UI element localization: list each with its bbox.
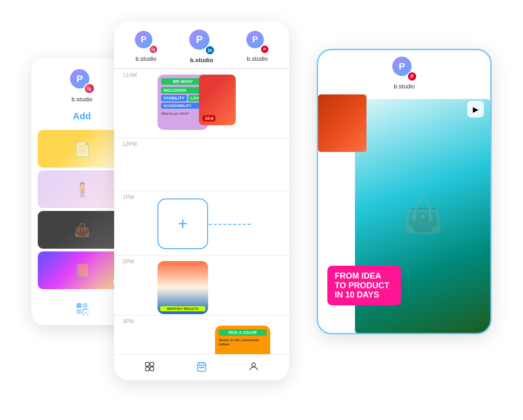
- instagram-badge: ig: [84, 83, 95, 94]
- media-thumb-3[interactable]: 👜: [38, 211, 126, 249]
- svg-point-16: [203, 367, 204, 368]
- account-linkedin[interactable]: P in b.studio: [189, 29, 214, 64]
- timer-value: 10:4: [203, 115, 215, 122]
- from-idea-text: FROM IDEA TO PRODUCT IN 10 DAYS: [335, 271, 394, 300]
- time-label-3pm: 3PM: [122, 318, 139, 325]
- svg-point-14: [199, 367, 200, 368]
- account-instagram[interactable]: P ig b.studio: [135, 31, 157, 62]
- accounts-header: P ig b.studio P in b.studio P P b.studi: [114, 21, 289, 69]
- left-studio-name: b.studio: [71, 96, 93, 103]
- sneakers-post-card[interactable]: MONTHLY RESULTS: [157, 261, 208, 314]
- time-label-2pm: 2PM: [122, 258, 139, 265]
- instagram-social-badge: ig: [149, 45, 158, 54]
- svg-rect-0: [76, 303, 81, 308]
- pick-color-post-card[interactable]: PICK A COLOR Share in the comments below: [215, 326, 270, 354]
- right-header: P P b.studio: [318, 50, 490, 94]
- from-idea-overlay: FROM IDEA TO PRODUCT IN 10 DAYS: [327, 266, 401, 305]
- svg-point-15: [201, 367, 202, 368]
- gallery-icon[interactable]: +: [76, 302, 88, 318]
- svg-rect-9: [150, 367, 154, 371]
- gallery-nav-icon[interactable]: [144, 361, 155, 374]
- media-thumb-4[interactable]: 📒 ✓: [38, 251, 126, 289]
- play-icon: ▶: [473, 105, 478, 114]
- add-button[interactable]: Add: [73, 111, 91, 122]
- time-label-1pm: 1PM: [122, 194, 139, 200]
- svg-point-17: [252, 363, 256, 367]
- sticker-inclusion: INCLUSION: [161, 87, 204, 93]
- left-header: P ig b.studio: [70, 69, 94, 103]
- plus-icon: +: [178, 216, 187, 232]
- spice-image: [318, 94, 366, 152]
- media-thumb-2[interactable]: 🧍 ✓: [38, 170, 126, 208]
- center-panel: P ig b.studio P in b.studio P P b.studi: [114, 21, 289, 380]
- linkedin-studio-name: b.studio: [190, 57, 214, 64]
- instagram-studio-name: b.studio: [135, 55, 157, 62]
- pinterest-social-badge: P: [260, 45, 269, 54]
- timer-post-card: 10:4: [199, 75, 236, 125]
- time-row-1pm: 1PM +: [114, 191, 289, 255]
- calendar-nav-icon[interactable]: [196, 361, 207, 374]
- media-thumb-1[interactable]: 📄: [38, 130, 126, 168]
- sticker-stability: STABILITY: [161, 95, 187, 101]
- add-post-card[interactable]: +: [157, 198, 208, 249]
- svg-text:+: +: [84, 310, 87, 315]
- svg-rect-2: [76, 309, 81, 314]
- pinterest-studio-name: b.studio: [247, 55, 268, 62]
- svg-rect-6: [145, 362, 149, 366]
- left-logo: P ig: [70, 69, 94, 93]
- we-want-title: WE WANT: [161, 78, 204, 85]
- bottom-nav: [114, 354, 289, 380]
- right-studio-name: b.studio: [394, 83, 415, 90]
- pick-color-body: Share in the comments below: [219, 338, 267, 346]
- dashed-connector: [209, 224, 250, 225]
- svg-rect-7: [150, 362, 154, 366]
- monthly-badge: MONTHLY RESULTS: [160, 306, 205, 311]
- sticker-accessibility: ACCESSIBILITY: [161, 103, 204, 109]
- profile-nav-icon[interactable]: [248, 361, 259, 374]
- main-scene: P ig b.studio Add 📄 🧍 ✓: [31, 21, 492, 399]
- we-want-question: What do you think?: [161, 112, 204, 115]
- svg-rect-8: [145, 367, 149, 371]
- time-row-3pm: 3PM PICK A COLOR Share in the comments b…: [114, 315, 289, 354]
- time-row-2pm: 2PM MONTHLY RESULTS: [114, 255, 289, 315]
- time-label-11am: 11AM: [122, 72, 139, 78]
- play-button[interactable]: ▶: [467, 101, 484, 117]
- right-pinterest-badge: P: [407, 71, 417, 82]
- right-panel: P P b.studio 👜 ▶ FROM IDEA TO PRODUCT IN…: [317, 49, 492, 334]
- time-label-12pm: 12PM: [122, 141, 139, 147]
- wallet-icon: 👜: [403, 197, 443, 235]
- schedule-body: 11AM WE WANT INCLUSION STABILITY LOVE AC…: [114, 69, 289, 354]
- pick-color-title: PICK A COLOR: [219, 329, 267, 336]
- linkedin-social-badge: in: [205, 45, 215, 55]
- media-grid: 📄 🧍 ✓ 👜 📒 ✓: [38, 130, 126, 289]
- time-row-12pm: 12PM: [114, 138, 289, 191]
- svg-rect-1: [82, 303, 87, 308]
- time-row-11am: 11AM WE WANT INCLUSION STABILITY LOVE AC…: [114, 69, 289, 138]
- account-pinterest[interactable]: P P b.studio: [246, 31, 268, 62]
- right-media-area: 👜 ▶ FROM IDEA TO PRODUCT IN 10 DAYS: [318, 94, 490, 333]
